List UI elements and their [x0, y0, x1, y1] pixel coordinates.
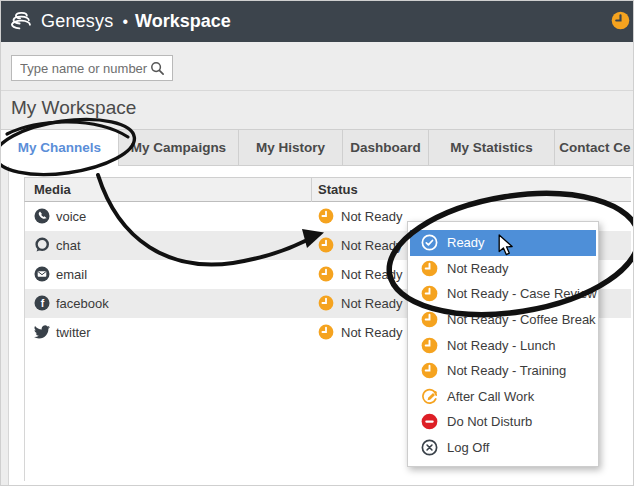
brand-separator: • [122, 13, 128, 31]
product-name: Workspace [135, 11, 231, 32]
menu-item-not-ready[interactable]: Not Ready [408, 256, 598, 282]
after-call-work-icon [421, 388, 438, 405]
menu-item-after-call-work[interactable]: After Call Work [408, 384, 598, 410]
status-label: Not Ready [341, 296, 402, 311]
tab-my-campaigns[interactable]: My Campaigns [119, 130, 239, 165]
app-header: Genesys • Workspace [1, 1, 634, 42]
clock-icon [318, 208, 334, 224]
clock-icon [421, 337, 438, 354]
tab-my-statistics[interactable]: My Statistics [429, 130, 555, 165]
menu-item-not-ready-lunch[interactable]: Not Ready - Lunch [408, 332, 598, 358]
workspace-tab-bar: My Channels My Campaigns My History Dash… [1, 129, 634, 166]
media-label: email [56, 267, 87, 282]
clock-icon [421, 285, 438, 302]
menu-item-not-ready-training[interactable]: Not Ready - Training [408, 358, 598, 384]
tab-dashboard[interactable]: Dashboard [343, 130, 429, 165]
svg-text:f: f [41, 297, 45, 309]
menu-item-not-ready-coffee-break[interactable]: Not Ready - Coffee Break [408, 307, 598, 333]
media-label: twitter [56, 325, 91, 340]
clock-icon [318, 295, 334, 311]
clock-icon [421, 311, 438, 328]
genesys-workspace-window: Genesys • Workspace My Workspace My Chan… [0, 0, 634, 486]
brand-name: Genesys [41, 11, 113, 32]
status-label: Not Ready [341, 209, 402, 224]
tab-my-channels[interactable]: My Channels [1, 130, 119, 167]
media-label: facebook [56, 296, 109, 311]
tab-contact-center[interactable]: Contact Ce [555, 130, 634, 165]
menu-item-not-ready-case-review[interactable]: Not Ready - Case Review [408, 281, 598, 307]
ready-check-icon [421, 234, 438, 251]
media-column-header: Media [34, 182, 71, 197]
voice-icon [34, 208, 50, 224]
menu-item-ready[interactable]: Ready [410, 230, 596, 256]
table-header-row: Media Status [24, 177, 631, 202]
search-box[interactable] [11, 55, 173, 81]
media-label: chat [56, 238, 81, 253]
log-off-icon [421, 439, 438, 456]
email-icon [34, 266, 50, 282]
search-icon[interactable] [150, 61, 165, 76]
facebook-icon: f [34, 295, 50, 311]
media-label: voice [56, 209, 86, 224]
menu-item-do-not-disturb[interactable]: Do Not Disturb [408, 409, 598, 435]
clock-icon [421, 362, 438, 379]
agent-status-clock-icon[interactable] [611, 11, 630, 30]
column-divider [311, 178, 312, 202]
status-label: Not Ready [341, 238, 402, 253]
twitter-icon [34, 324, 50, 340]
clock-icon [318, 237, 334, 253]
status-context-menu: Ready Not Ready Not Ready - Case Review … [407, 221, 599, 467]
chat-icon [34, 237, 50, 253]
do-not-disturb-icon [421, 413, 438, 430]
clock-icon [318, 324, 334, 340]
search-input[interactable] [12, 61, 150, 76]
tab-my-history[interactable]: My History [239, 130, 343, 165]
genesys-logo-icon [11, 10, 35, 34]
status-column-header: Status [318, 182, 358, 197]
search-band [1, 42, 634, 91]
status-label: Not Ready [341, 267, 402, 282]
page-title: My Workspace [11, 97, 136, 119]
clock-icon [421, 260, 438, 277]
menu-item-log-off[interactable]: Log Off [408, 435, 598, 461]
clock-icon [318, 266, 334, 282]
status-label: Not Ready [341, 325, 402, 340]
